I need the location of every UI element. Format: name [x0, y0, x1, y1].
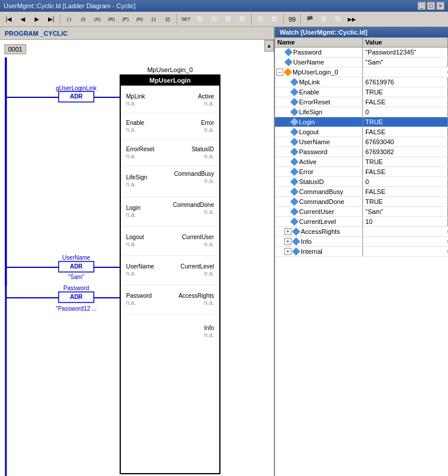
conn-username-label: UserName — [62, 254, 90, 261]
toolbar-btn-14[interactable]: ⬜ — [194, 13, 206, 25]
port-commandbusy-sub: n.a. — [204, 178, 214, 184]
port-statusid-sub: n.a. — [204, 153, 214, 159]
watch-row-info[interactable]: + Info — [275, 237, 448, 247]
port-statusid-right: StatusID — [192, 146, 214, 152]
toolbar-btn-2[interactable]: ◀ — [16, 13, 29, 25]
toolbar-btn-1[interactable]: |◀ — [2, 13, 15, 25]
watch-row-username-inner[interactable]: UserName 67693040 — [275, 137, 448, 147]
conn-username-sub: "Sam" — [68, 274, 84, 280]
watch-row-internal[interactable]: + Internal — [275, 247, 448, 257]
watch-row-error[interactable]: Error FALSE — [275, 167, 448, 177]
watch-name-statusid: StatusID — [275, 177, 363, 186]
watch-row-logout[interactable]: Logout FALSE — [275, 127, 448, 137]
port-password-left: Password — [126, 293, 152, 299]
watch-row-enable[interactable]: Enable TRUE — [275, 87, 448, 97]
watch-name-mpuserlogin: − MpUserLogin_0 — [275, 67, 363, 77]
port-active-sub: n.a. — [204, 100, 214, 107]
watch-row-commandbusy[interactable]: CommandBusy FALSE — [275, 187, 448, 197]
toolbar-btn-19[interactable]: ⬜ — [268, 13, 281, 25]
port-commandbusy-right: CommandBusy — [174, 171, 214, 177]
zoom-level: 99 — [286, 16, 298, 23]
ladder-panel: PROGRAM _CYCLIC ▲ 0001 MpUserLogin_0 MpU… — [0, 27, 275, 476]
watch-value-mpuserlogin — [363, 71, 448, 73]
port-accessrights-sub: n.a. — [204, 300, 214, 306]
watch-row-login[interactable]: Login TRUE — [275, 117, 448, 127]
diamond-icon-10 — [290, 148, 298, 156]
watch-name-currentlevel: CurrentLevel — [275, 217, 363, 226]
port-lifesign-sub: n.a. — [126, 181, 136, 188]
watch-row-mplink[interactable]: MpLink 67619976 — [275, 77, 448, 87]
watch-name-mplink: MpLink — [275, 77, 363, 87]
watch-row-lifesign[interactable]: LifeSign 0 — [275, 107, 448, 117]
port-username-sub: n.a. — [126, 270, 136, 277]
expand-btn-info[interactable]: + — [284, 238, 291, 245]
port-logout-sub: n.a. — [126, 241, 136, 247]
port-currentlevel-right: CurrentLevel — [181, 263, 214, 270]
toolbar-btn-18[interactable]: ⬜ — [254, 13, 267, 25]
diamond-icon-11 — [290, 158, 298, 166]
watch-header: Watch [UserMgmt::Cyclic.ld] — [275, 27, 448, 38]
title-text: UserMgmt::Cyclic.ld [Ladder Diagram - Cy… — [4, 2, 418, 9]
watch-name-internal: + Internal — [275, 247, 363, 256]
diamond-icon-3 — [284, 68, 292, 76]
toolbar-btn-13[interactable]: SET — [179, 13, 192, 25]
watch-row-currentuser[interactable]: CurrentUser "Sam" — [275, 207, 448, 217]
close-button[interactable]: × — [436, 2, 444, 10]
watch-row-currentlevel[interactable]: CurrentLevel 10 — [275, 217, 448, 227]
watch-table[interactable]: Name Value Password "Password12345" User… — [275, 38, 448, 476]
port-username-left: UserName — [126, 263, 154, 270]
watch-name-password-inner: Password — [275, 147, 363, 157]
program-label: PROGRAM _CYCLIC — [0, 27, 274, 40]
toolbar-btn-9[interactable]: (P) — [119, 13, 132, 25]
toolbar-btn-22[interactable]: ▶▶ — [345, 13, 358, 25]
watch-value-enable: TRUE — [363, 87, 448, 97]
expand-btn-accessrights[interactable]: + — [284, 228, 291, 235]
watch-row-errorreset[interactable]: ErrorReset FALSE — [275, 97, 448, 107]
toolbar-btn-20[interactable]: ⬜ — [317, 13, 330, 25]
watch-value-username-inner: 67693040 — [363, 137, 448, 147]
watch-value-error: FALSE — [363, 167, 448, 176]
watch-row-commanddone[interactable]: CommandDone TRUE — [275, 197, 448, 207]
watch-row-password-inner[interactable]: Password 67693082 — [275, 147, 448, 157]
expand-btn-mpuserlogin[interactable]: − — [276, 69, 283, 76]
port-lifesign-left: LifeSign — [126, 174, 147, 181]
port-mplink-left: MpLink — [126, 93, 145, 100]
title-bar: UserMgmt::Cyclic.ld [Ladder Diagram - Cy… — [0, 0, 448, 12]
port-login-sub: n.a. — [126, 212, 136, 218]
expand-btn-internal[interactable]: + — [284, 248, 291, 255]
toolbar-btn-16[interactable]: ⬜ — [222, 13, 235, 25]
toolbar-btn-3[interactable]: ▶ — [30, 13, 43, 25]
diamond-icon-12 — [290, 168, 298, 176]
watch-row-password-top[interactable]: Password "Password12345" — [275, 47, 448, 57]
diamond-icon-16 — [290, 208, 298, 216]
toolbar-btn-5[interactable]: ( ) — [63, 13, 76, 25]
minimize-button[interactable]: _ — [418, 2, 426, 10]
maximize-button[interactable]: □ — [427, 2, 435, 10]
watch-value-info — [363, 240, 448, 243]
watch-panel: Watch [UserMgmt::Cyclic.ld] Name Value P… — [275, 27, 448, 476]
watch-value-commandbusy: FALSE — [363, 187, 448, 196]
port-info-right: Info — [204, 325, 214, 331]
ladder-diagram: 0001 MpUserLogin_0 MpUserLogin MpLink Ac… — [0, 40, 270, 476]
watch-row-username-top[interactable]: UserName "Sam" — [275, 57, 448, 67]
watch-name-username-top: UserName — [275, 57, 363, 67]
toolbar-btn-11[interactable]: [-] — [147, 13, 160, 25]
watch-row-statusid[interactable]: StatusID 0 — [275, 177, 448, 187]
scroll-up-button[interactable]: ▲ — [264, 40, 274, 52]
watch-row-mpuserlogin[interactable]: − MpUserLogin_0 — [275, 67, 448, 77]
toolbar-btn-21[interactable]: ⬜ — [331, 13, 344, 25]
toolbar-btn-6[interactable]: (/)​ — [77, 13, 90, 25]
toolbar-btn-flag[interactable]: 🏴 — [303, 13, 316, 25]
toolbar-btn-12[interactable]: [/] — [161, 13, 174, 25]
watch-row-active[interactable]: Active TRUE — [275, 157, 448, 167]
watch-name-errorreset: ErrorReset — [275, 97, 363, 107]
main-area: PROGRAM _CYCLIC ▲ 0001 MpUserLogin_0 MpU… — [0, 27, 448, 476]
toolbar-btn-8[interactable]: (R) — [105, 13, 118, 25]
watch-row-accessrights[interactable]: + AccessRights — [275, 227, 448, 237]
toolbar-btn-4[interactable]: ▶| — [45, 13, 57, 25]
toolbar-btn-7[interactable]: (S) — [91, 13, 104, 25]
toolbar-btn-15[interactable]: ⬜ — [208, 13, 220, 25]
watch-name-error: Error — [275, 167, 363, 176]
toolbar-btn-10[interactable]: (N) — [133, 13, 146, 25]
toolbar-btn-17[interactable]: ⬜ — [236, 13, 249, 25]
